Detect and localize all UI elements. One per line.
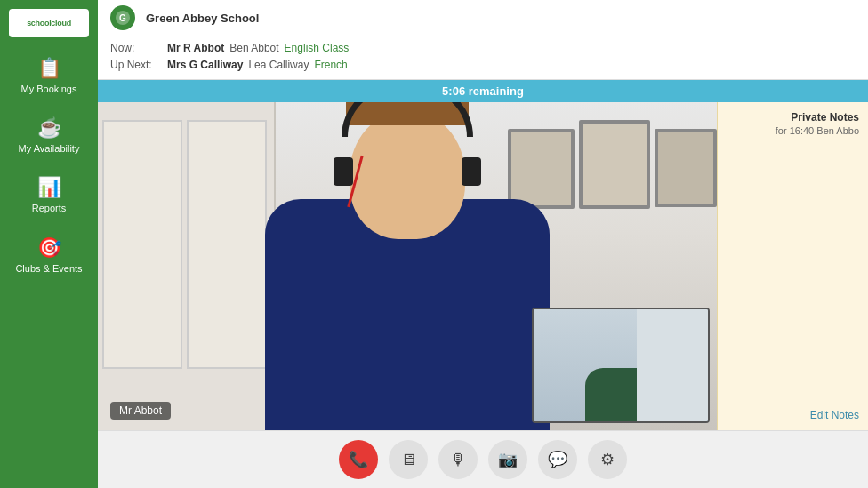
sidebar-label-bookings: My Bookings <box>21 84 77 95</box>
wall-frame-3 <box>655 129 717 207</box>
bookings-icon: 📋 <box>37 57 61 80</box>
headphone-cup-left <box>334 157 353 186</box>
school-name: Green Abbey School <box>146 12 259 25</box>
school-logo: G <box>110 5 135 30</box>
availability-icon: ☕ <box>37 116 61 140</box>
main-content: G Green Abbey School Now: Mr R Abbot Ben… <box>98 0 868 488</box>
reports-icon: 📊 <box>37 176 61 199</box>
main-label-text: Mr Abbot <box>119 404 162 417</box>
logo-text: schoolcloud <box>27 19 71 28</box>
chat-icon: 💬 <box>548 450 567 469</box>
top-bar: G Green Abbey School <box>98 0 868 36</box>
notes-title: Private Notes <box>727 111 859 124</box>
svg-text:G: G <box>119 13 126 23</box>
clubs-icon: 🎯 <box>37 236 61 260</box>
wardrobe-door-left <box>102 120 182 369</box>
sidebar-item-clubs-events[interactable]: 🎯 Clubs & Events <box>0 226 98 285</box>
upnext-class: French <box>314 57 347 74</box>
microphone-button[interactable]: 🎙 <box>438 440 478 479</box>
timer-bar: 5:06 remaining <box>98 80 868 102</box>
upnext-teacher-name: Mrs G Calliway <box>167 57 243 74</box>
sidebar-label-availability: My Availability <box>19 143 80 155</box>
upnext-label: Up Next: <box>110 57 162 74</box>
sidebar-label-clubs: Clubs & Events <box>15 263 82 275</box>
sidebar-item-reports[interactable]: 📊 Reports <box>0 165 98 225</box>
main-video-label: Mr Abbot <box>110 402 171 420</box>
wardrobe-door-right <box>187 120 267 369</box>
video-wrapper: Mr Abbot Private Notes f <box>98 102 868 430</box>
sidebar-item-my-availability[interactable]: ☕ My Availability <box>0 106 98 165</box>
headphone-band <box>342 102 473 137</box>
now-teacher-name: Mr R Abbot <box>167 40 224 57</box>
hangup-button[interactable]: 📞 <box>339 440 378 479</box>
pip-room <box>637 309 708 421</box>
sidebar: schoolcloud 📋 My Bookings ☕ My Availabil… <box>0 0 98 488</box>
now-student-name: Ben Abbot <box>229 40 278 57</box>
notes-content <box>727 145 859 409</box>
sidebar-logo: schoolcloud <box>9 9 89 37</box>
wardrobe <box>98 102 276 430</box>
microphone-icon: 🎙 <box>450 451 466 469</box>
settings-icon: ⚙ <box>600 450 615 469</box>
now-row: Now: Mr R Abbot Ben Abbot English Class <box>110 40 856 57</box>
sidebar-item-my-bookings[interactable]: 📋 My Bookings <box>0 46 98 106</box>
now-class: English Class <box>285 40 350 57</box>
screenshare-button[interactable]: 🖥 <box>389 440 428 479</box>
camera-icon: 📷 <box>498 450 518 469</box>
edit-notes-link[interactable]: Edit Notes <box>727 409 859 421</box>
controls-bar: 📞 🖥 🎙 📷 💬 ⚙ <box>98 430 868 488</box>
info-bar: Now: Mr R Abbot Ben Abbot English Class … <box>98 36 868 80</box>
wall-frame-2 <box>579 120 650 209</box>
pip-video <box>532 308 710 423</box>
notes-panel: Private Notes for 16:40 Ben Abbo Edit No… <box>717 102 868 430</box>
upnext-student-name: Lea Calliway <box>248 57 309 74</box>
hangup-icon: 📞 <box>349 450 368 469</box>
now-label: Now: <box>110 40 162 57</box>
chat-button[interactable]: 💬 <box>538 440 577 479</box>
sidebar-label-reports: Reports <box>32 203 67 214</box>
screenshare-icon: 🖥 <box>400 451 416 469</box>
wall-frame-1 <box>508 129 575 209</box>
settings-button[interactable]: ⚙ <box>588 440 627 479</box>
main-video: Mr Abbot <box>98 102 717 430</box>
headphone-cup-right <box>462 157 481 186</box>
camera-button[interactable]: 📷 <box>488 440 527 479</box>
notes-subtitle: for 16:40 Ben Abbo <box>727 125 859 136</box>
video-area: Mr Abbot <box>98 102 717 430</box>
school-crest-icon: G <box>115 10 131 26</box>
upnext-row: Up Next: Mrs G Calliway Lea Calliway Fre… <box>110 57 856 74</box>
timer-text: 5:06 remaining <box>442 84 524 98</box>
